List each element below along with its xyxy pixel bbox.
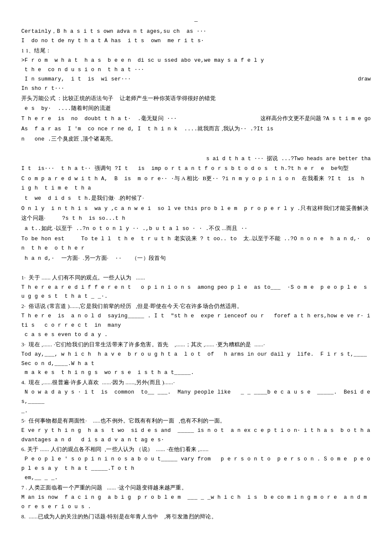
- nodoubt-note: 这样高分作文更不是问题 ?A s t i m e go: [260, 114, 371, 124]
- num5-zh: 5· 任何事物都是有两面性· .....也不例外。它既有有利的一面 ,也有不利的…: [21, 416, 371, 426]
- line-nodoubt-row: 这样高分作文更不是问题 ?A s t i m e go T h e r e is…: [21, 114, 371, 124]
- line-on-hand: h a n d,· 一方面· .另一方面· ·· （一）段首句: [21, 253, 371, 264]
- num2-zh: 2· 俗话说 (常言道 )......,它是我们前辈的经历 ,但是·即使在今天·…: [21, 302, 371, 312]
- line-at: a t..如此 ·以至于 ..?n o t o n l y ·· .,b u t…: [21, 224, 371, 234]
- line-es-by: e s by· ....随着时间的流逝: [21, 104, 371, 114]
- num4-zh: 4. 现在 ,......很普遍·许多人喜欢 ......·因为 ......,…: [21, 378, 371, 388]
- line-itis-that: I t is··· t h a t·· 强调句 ?I t is imp o r …: [21, 164, 371, 174]
- draw-note: draw: [358, 75, 371, 84]
- spacer1: [21, 144, 371, 154]
- spacer2: [21, 264, 371, 273]
- line-conclusion: t h e co n d u s i o n t h a t ···: [21, 66, 371, 75]
- num3-en1: Tod ay,___, w h i c h h a v e b r o u g …: [21, 350, 371, 369]
- num2-en2: c a s e s even to d a y .: [21, 331, 371, 340]
- page-content: -- Certainly，B h a s i t s own adva n t …: [21, 17, 371, 522]
- line-insummary: I n summary, i t is wi ser···: [21, 75, 371, 84]
- num7-en: M an is now f a c i n g a b i g p r o b …: [21, 493, 371, 512]
- line-from-what: >F r o m w h a t h a s b e e n di sc u s…: [21, 56, 371, 66]
- line-insummary-row: draw I n summary, i t is wi ser···: [21, 75, 371, 84]
- num6-en1: P e o p l e ' s o p i n i n o s a b o u …: [21, 455, 371, 474]
- line-kaitu: 开头万能公式 ：比较正统的语法句子 让老师产生一种你英语学得很好的错觉: [21, 94, 371, 104]
- line-none: n one .三个臭皮匠 ,顶个诸葛亮。: [21, 134, 371, 144]
- line-said-row: s ai d t h a t ··· 据说 ...?Two heads are …: [21, 154, 371, 164]
- line-inshort: In sho r t···: [21, 84, 371, 94]
- num3-zh: 3· 现在 ,...... ·它们给我们的日常生活带来了许多危害。首先 ,...…: [21, 340, 371, 350]
- line-to-be-honest: To be hon est To te l l t h e t r u t h …: [21, 234, 371, 253]
- num4-en1: N o w a d a y s · i t is common to__ ___…: [21, 388, 371, 407]
- line-we-did: t we d i d s t h.是我们做· .的时候了·: [21, 193, 371, 204]
- num3-en2: m a k e s t h i n g s wo r s e i s t h a…: [21, 368, 371, 378]
- said-note: s ai d t h a t ··· 据说 ...?Two heads are …: [206, 154, 371, 164]
- line-i-do-not: I do no t de ny t h a t A has i t s own …: [21, 37, 371, 46]
- line-as-far: As f a r as I 'm co nce r ne d, I t h i …: [21, 124, 371, 134]
- num4-en2: _.: [21, 407, 371, 416]
- divider: --: [21, 17, 371, 26]
- line-jiewei: 1 1、结尾：: [21, 46, 371, 56]
- num6-zh: 6. 关于 ...... 人们的观点各不相同 ,一些人认为 （说） ......…: [21, 445, 371, 455]
- num1-en: T h e r e a r e d i f f e r e n t o p i …: [21, 283, 371, 302]
- num2-en1: T h e r e is a n o l d saying_____ . I t…: [21, 312, 371, 331]
- num1-zh: 1· 关于 ...... 人们有不同的观点。一些人认为 ......: [21, 273, 371, 283]
- num5-en: E ve r y t h i n g h a s t wo si d e s a…: [21, 426, 371, 445]
- num7-zh: 7 . 人类正面临着一个严重的问题 ...... ·这个问题变得越来越严重。: [21, 483, 371, 493]
- line-only-in: O n l y i n t h i s wa y ,c a n w e i so…: [21, 204, 371, 224]
- num6-en2: em,__ _ _.: [21, 474, 371, 483]
- line-compared: C o m p a r e d w i t h A, B is m o r e·…: [21, 174, 371, 193]
- num8-zh: 8. ......已成为人的关注的热门话题·特别是在年青人当中 ,将引发激烈的辩…: [21, 512, 371, 522]
- line-certainly: Certainly，B h a s i t s own adva n t age…: [21, 27, 371, 37]
